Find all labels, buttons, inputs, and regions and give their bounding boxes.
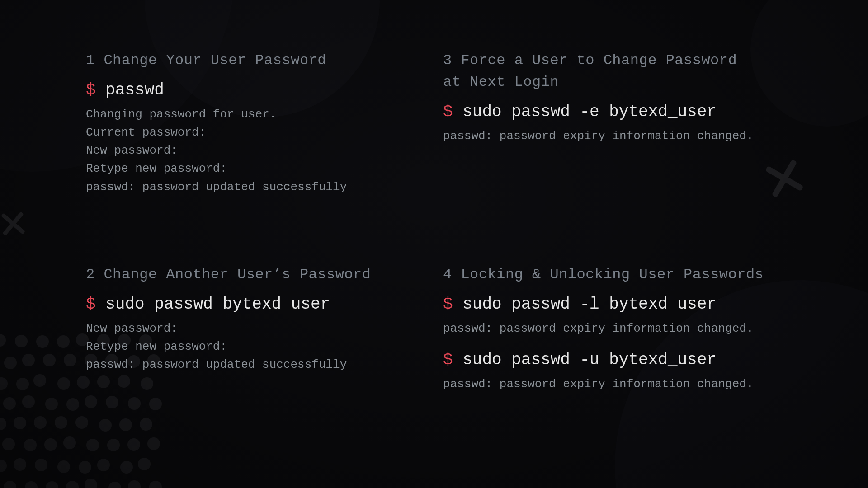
- plus-icon: [0, 204, 33, 244]
- content-grid: 1 Change Your User Password $ passwd Cha…: [86, 50, 800, 393]
- section-1: 1 Change Your User Password $ passwd Cha…: [86, 50, 443, 196]
- command-line: $ sudo passwd -u bytexd_user: [443, 349, 773, 371]
- command-line: $ sudo passwd -e bytexd_user: [443, 101, 773, 123]
- command-output: passwd: password expiry information chan…: [443, 375, 773, 393]
- command-output: Changing password for user. Current pass…: [86, 105, 416, 196]
- command-text: sudo passwd -l bytexd_user: [462, 295, 717, 314]
- section-2: 2 Change Another User’s Password $ sudo …: [86, 264, 443, 393]
- prompt-symbol: $: [443, 103, 453, 121]
- section-title: 3 Force a User to Change Password at Nex…: [443, 50, 773, 93]
- prompt-symbol: $: [86, 295, 96, 314]
- prompt-symbol: $: [443, 295, 453, 314]
- command-output: New password: Retype new password: passw…: [86, 319, 416, 374]
- section-title: 1 Change Your User Password: [86, 50, 416, 71]
- command-output: passwd: password expiry information chan…: [443, 319, 773, 338]
- command-output: passwd: password expiry information chan…: [443, 127, 773, 145]
- section-3: 3 Force a User to Change Password at Nex…: [443, 50, 800, 196]
- command-text: sudo passwd -u bytexd_user: [462, 351, 717, 369]
- command-line: $ passwd: [86, 80, 416, 102]
- section-title: 4 Locking & Unlocking User Passwords: [443, 264, 773, 286]
- command-text: sudo passwd -e bytexd_user: [462, 103, 717, 121]
- command-line: $ sudo passwd bytexd_user: [86, 294, 416, 316]
- prompt-symbol: $: [86, 81, 96, 99]
- command-text: sudo passwd bytexd_user: [105, 295, 330, 314]
- section-4: 4 Locking & Unlocking User Passwords $ s…: [443, 264, 800, 393]
- section-title: 2 Change Another User’s Password: [86, 264, 416, 286]
- command-line: $ sudo passwd -l bytexd_user: [443, 294, 773, 316]
- prompt-symbol: $: [443, 351, 453, 369]
- command-text: passwd: [105, 81, 164, 99]
